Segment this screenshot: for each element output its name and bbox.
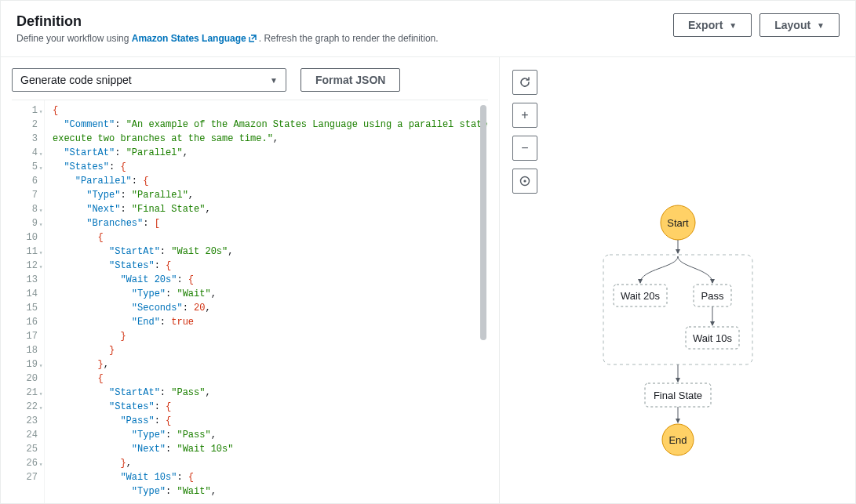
- start-label: Start: [667, 217, 689, 229]
- line-number: 19: [12, 357, 44, 372]
- parallel-container: [603, 255, 752, 364]
- wait20-label: Wait 20s: [620, 290, 660, 302]
- editor-toolbar: Generate code snippet ▼ Format JSON: [12, 68, 488, 92]
- line-number: 5: [12, 160, 44, 174]
- code-pane: Generate code snippet ▼ Format JSON 1234…: [1, 57, 500, 503]
- refresh-button[interactable]: [512, 70, 537, 95]
- line-number: 7: [12, 188, 44, 202]
- definition-panel: Definition Define your workflow using Am…: [0, 0, 856, 504]
- external-link-icon: [248, 34, 257, 45]
- graph-svg: Start Wait 20s Pass: [592, 205, 764, 463]
- split-view: Generate code snippet ▼ Format JSON 1234…: [1, 56, 855, 503]
- line-gutter: 1234567891011121314151617181920212223242…: [12, 100, 45, 503]
- wait20-node: [614, 285, 667, 306]
- zoom-out-button[interactable]: −: [512, 136, 537, 161]
- final-node: [645, 383, 711, 407]
- final-label: Final State: [653, 390, 701, 401]
- header-actions: Export▼ Layout▼: [673, 13, 840, 37]
- line-number: 22: [12, 400, 44, 414]
- line-number: 23: [12, 414, 44, 428]
- plus-icon: +: [521, 108, 528, 122]
- pass-node: [694, 285, 731, 306]
- subtitle-prefix: Define your workflow using: [16, 33, 132, 44]
- caret-down-icon: ▼: [270, 76, 278, 85]
- line-number: 26: [12, 456, 44, 470]
- page-title: Definition: [16, 13, 439, 30]
- edge: [678, 256, 712, 283]
- format-json-button[interactable]: Format JSON: [301, 68, 400, 92]
- layout-button[interactable]: Layout▼: [759, 13, 840, 37]
- line-number: 10: [12, 230, 44, 245]
- header: Definition Define your workflow using Am…: [1, 1, 855, 56]
- line-number: 21: [12, 386, 44, 400]
- line-number: 1: [12, 103, 44, 118]
- asl-link[interactable]: Amazon States Language: [132, 33, 259, 44]
- line-number: 6: [12, 174, 44, 188]
- caret-down-icon: ▼: [729, 21, 737, 30]
- end-node: [662, 424, 694, 455]
- graph-pane: + − Start: [500, 57, 855, 503]
- line-number: 14: [12, 287, 44, 301]
- line-number: 3: [12, 132, 44, 146]
- subtitle: Define your workflow using Amazon States…: [16, 33, 439, 45]
- line-number: 11: [12, 245, 44, 259]
- line-number: 16: [12, 315, 44, 329]
- center-button[interactable]: [512, 169, 537, 194]
- code-content[interactable]: { "Comment": "An example of the Amazon S…: [45, 100, 488, 503]
- wait10-label: Wait 10s: [692, 332, 732, 344]
- line-number: 12: [12, 259, 44, 273]
- line-number: 4: [12, 146, 44, 160]
- edge: [640, 256, 678, 283]
- line-number: 20: [12, 372, 44, 386]
- line-number: 8: [12, 202, 44, 216]
- line-number: 25: [12, 442, 44, 456]
- line-number: 24: [12, 428, 44, 442]
- line-number: 2: [12, 118, 44, 132]
- zoom-in-button[interactable]: +: [512, 103, 537, 128]
- snippet-select[interactable]: Generate code snippet ▼: [12, 68, 286, 92]
- line-number: 17: [12, 329, 44, 343]
- line-number: 18: [12, 343, 44, 357]
- code-editor[interactable]: 1234567891011121314151617181920212223242…: [12, 100, 488, 503]
- refresh-icon: [519, 76, 531, 89]
- line-number: 13: [12, 273, 44, 287]
- scrollbar[interactable]: [480, 105, 486, 340]
- snippet-select-label: Generate code snippet: [20, 74, 132, 86]
- header-left: Definition Define your workflow using Am…: [16, 13, 439, 45]
- line-number: 27: [12, 470, 44, 484]
- end-label: End: [668, 434, 687, 446]
- svg-point-1: [523, 179, 526, 182]
- line-number: 9: [12, 216, 44, 230]
- subtitle-suffix: . Refresh the graph to render the defini…: [259, 33, 439, 44]
- target-icon: [519, 175, 531, 187]
- minus-icon: −: [521, 141, 528, 155]
- wait10-node: [686, 327, 739, 349]
- pass-label: Pass: [701, 290, 723, 302]
- export-button[interactable]: Export▼: [673, 13, 752, 37]
- graph-controls: + −: [512, 70, 843, 194]
- start-node: [661, 205, 695, 240]
- caret-down-icon: ▼: [817, 21, 825, 30]
- line-number: 15: [12, 301, 44, 315]
